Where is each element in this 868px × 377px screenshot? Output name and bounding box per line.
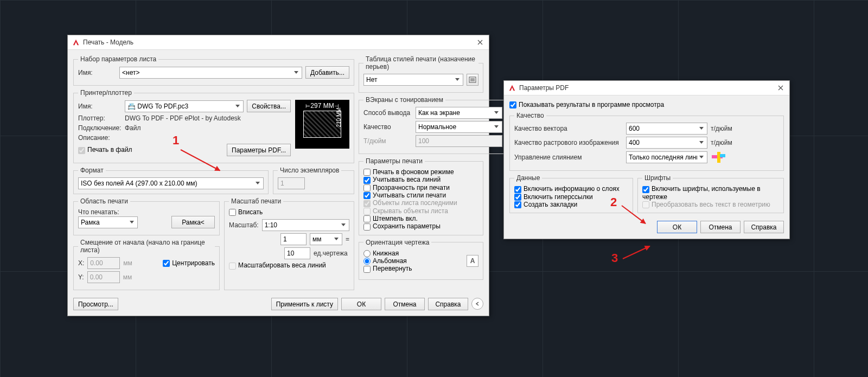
offset-x-unit: мм	[123, 259, 132, 267]
cancel-button[interactable]: Отмена	[385, 298, 425, 310]
ok-button[interactable]: ОК	[341, 298, 381, 310]
orient-portrait[interactable]: Книжная	[363, 250, 399, 257]
opt-hide: Скрывать объекты листа	[363, 207, 448, 215]
links-option[interactable]: Включить гиперссылки	[514, 193, 593, 201]
what-to-plot-select[interactable]: Рамка	[78, 216, 138, 228]
offset-x-label: X:	[78, 259, 84, 267]
view-results-option[interactable]: Показывать результаты в программе просмо…	[509, 101, 664, 108]
annotation-3: 3	[611, 251, 618, 265]
quality-legend: Качество	[514, 112, 546, 119]
merge-select[interactable]: Только последняя линия	[626, 151, 707, 163]
offset-y-label: Y:	[78, 273, 84, 281]
pdf-params-dialog: Параметры PDF Показывать результаты в пр…	[503, 80, 790, 239]
copies-legend: Число экземпляров	[278, 167, 341, 174]
include-fonts-option[interactable]: Включить шрифты, используемые в чертеже	[642, 185, 761, 200]
page-setup-group: Набор параметров листа Имя: <нет> Добави…	[73, 55, 354, 86]
dialog-body: Показывать результаты в программе просмо…	[504, 95, 789, 239]
raster-unit: т/дюйм	[711, 139, 732, 146]
opt-paperlast: Объекты листа последними	[363, 199, 457, 207]
apply-button[interactable]: Применить к листу	[271, 298, 338, 310]
scale-label: Масштаб:	[229, 221, 259, 229]
preview-button[interactable]: Просмотр...	[73, 298, 118, 310]
format-select[interactable]: ISO без полей A4 (297.00 x 210.00 мм)	[78, 177, 264, 189]
offset-y-unit: мм	[123, 273, 132, 281]
quality-select[interactable]: Нормальное	[416, 121, 502, 133]
pageset-add-button[interactable]: Добавить...	[305, 66, 349, 79]
offset-x-input	[87, 257, 120, 269]
viewports-group: ВЭкраны с тонированием Способ выводаКак …	[359, 96, 507, 154]
copies-group: Число экземпляров	[273, 167, 354, 194]
opt-transparency[interactable]: Прозрачность при печати	[363, 184, 450, 191]
pageset-name-label: Имя:	[78, 69, 116, 76]
print-to-file-checkbox	[78, 147, 85, 154]
scale-unit-select[interactable]: мм	[310, 233, 342, 245]
dpi-label: Т/дюйм	[363, 137, 412, 145]
what-to-plot-label: Что печатать:	[78, 208, 215, 216]
connection-label: Подключение:	[78, 124, 122, 132]
frame-button[interactable]: Рамка<	[171, 216, 215, 228]
orientation-legend: Ориентация чертежа	[363, 239, 431, 246]
copies-input	[278, 177, 305, 189]
titlebar[interactable]: Печать - Модель	[68, 35, 489, 50]
opt-styles[interactable]: Учитывать стили печати	[363, 191, 446, 199]
pdf-params-button[interactable]: Параметры PDF...	[227, 144, 291, 156]
svg-marker-7	[509, 85, 515, 91]
plot-options-legend: Параметры печати	[363, 157, 425, 165]
titlebar[interactable]: Параметры PDF	[504, 81, 789, 95]
connection-value: Файл	[125, 124, 141, 132]
fit-option[interactable]: Вписать	[229, 208, 263, 216]
page-setup-legend: Набор параметров листа	[78, 55, 158, 63]
opt-background[interactable]: Печать в фоновом режиме	[363, 168, 454, 176]
format-group: Формат ISO без полей A4 (297.00 x 210.00…	[73, 167, 269, 194]
scale-select[interactable]: 1:10	[262, 219, 349, 231]
scale-weight-option: Масштабировать веса линий	[229, 261, 326, 269]
scale-weight-checkbox	[229, 263, 236, 270]
raster-quality-select[interactable]: 400	[626, 137, 707, 149]
offset-y-input	[87, 271, 120, 283]
ok-button[interactable]: ОК	[657, 221, 697, 233]
close-icon[interactable]	[776, 84, 785, 92]
bookmarks-option[interactable]: Создать закладки	[514, 201, 577, 208]
plot-styles-legend: Таблица стилей печати (назначение перьев…	[363, 55, 478, 71]
orient-flip[interactable]: Перевернуть	[363, 265, 412, 272]
opt-lineweight[interactable]: Учитывать веса линий	[363, 176, 441, 183]
offset-legend: Смещение от начала (начало на границе ли…	[78, 239, 215, 254]
window-title: Параметры PDF	[519, 84, 776, 92]
annotation-arrow-3	[623, 246, 650, 259]
orientation-group: Ориентация чертежа Книжная Альбомная Пер…	[359, 239, 483, 280]
offset-group: Смещение от начала (начало на границе ли…	[73, 239, 220, 290]
help-button[interactable]: Справка	[744, 221, 784, 233]
shade-mode-select[interactable]: Как на экране	[416, 107, 502, 119]
text-to-geom-option: Преобразовать весь текст в геометрию	[642, 201, 770, 208]
printer-name-select[interactable]: 📇 DWG To PDF.pc3	[125, 100, 244, 112]
help-button[interactable]: Справка	[428, 298, 468, 310]
scale-unit2: ед.чертежа	[314, 250, 349, 257]
fit-checkbox[interactable]	[229, 209, 236, 216]
scale-num-input[interactable]	[280, 233, 307, 245]
layers-option[interactable]: Включить информацию о слоях	[514, 185, 620, 193]
printer-props-button[interactable]: Свойства...	[247, 100, 291, 112]
app-logo-icon	[508, 84, 516, 92]
app-logo-icon	[72, 39, 80, 46]
plot-area-group: Область печати Что печатать: Рамка Рамка…	[73, 197, 220, 235]
dpi-input	[416, 135, 502, 147]
pageset-name-select[interactable]: <нет>	[119, 67, 302, 79]
plot-styles-select[interactable]: Нет	[363, 74, 463, 86]
format-legend: Формат	[78, 167, 106, 174]
expand-icon[interactable]	[471, 298, 483, 310]
opt-stamp[interactable]: Штемпель вкл.	[363, 215, 418, 222]
opt-save[interactable]: Сохранить параметры	[363, 222, 441, 230]
vector-quality-select[interactable]: 600	[626, 123, 707, 135]
plot-styles-group: Таблица стилей печати (назначение перьев…	[359, 55, 483, 93]
window-title: Печать - Модель	[83, 39, 476, 46]
plot-options-group: Параметры печати Печать в фоновом режиме…	[359, 157, 483, 235]
plotter-label: Плоттер:	[78, 114, 122, 122]
orient-landscape[interactable]: Альбомная	[363, 257, 407, 265]
close-icon[interactable]	[476, 38, 484, 47]
plotter-value: DWG To PDF - PDF ePlot - by Autodesk	[125, 114, 241, 122]
center-option[interactable]: Центрировать	[163, 259, 215, 267]
scale-den-input[interactable]	[284, 247, 310, 259]
center-checkbox[interactable]	[163, 260, 170, 267]
cancel-button[interactable]: Отмена	[700, 221, 741, 233]
plot-styles-edit-button[interactable]	[467, 74, 478, 86]
